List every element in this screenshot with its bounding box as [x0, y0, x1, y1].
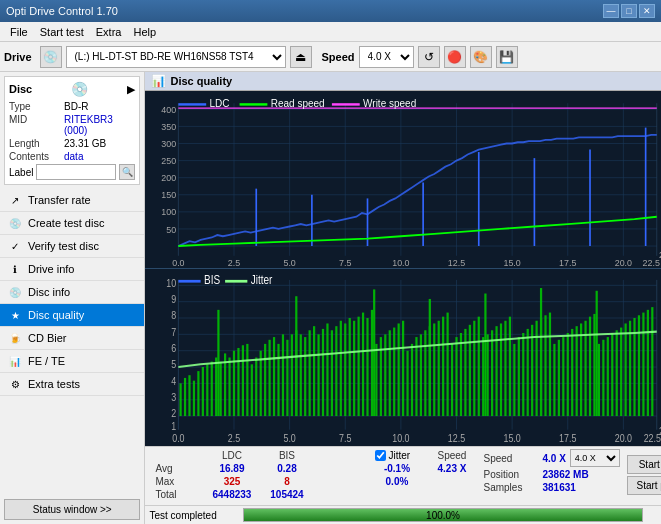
chart-header: 📊 Disc quality: [145, 72, 661, 91]
svg-rect-60: [332, 103, 360, 105]
close-button[interactable]: ✕: [639, 4, 655, 18]
samples-label: Samples: [483, 482, 538, 493]
svg-rect-174: [474, 321, 476, 416]
svg-rect-211: [638, 315, 640, 416]
disc-panel: Disc 💿 ▶ Type BD-R MID RITEKBR3 (000) Le…: [4, 76, 140, 185]
sidebar-item-verify-test-disc[interactable]: ✓ Verify test disc: [0, 235, 144, 258]
svg-text:0.0: 0.0: [173, 257, 185, 267]
svg-text:10.0: 10.0: [393, 257, 410, 267]
svg-rect-198: [580, 323, 582, 416]
svg-rect-203: [603, 340, 605, 416]
svg-rect-167: [443, 317, 445, 416]
total-bis: 105424: [259, 488, 314, 501]
svg-text:17.5: 17.5: [560, 432, 578, 444]
svg-text:250: 250: [162, 156, 177, 166]
sidebar-item-drive-info[interactable]: ℹ Drive info: [0, 258, 144, 281]
svg-rect-205: [612, 333, 614, 416]
menu-start-test[interactable]: Start test: [34, 24, 90, 40]
sidebar-item-disc-quality[interactable]: ★ Disc quality: [0, 304, 144, 327]
chart-bis-svg: 10 9 8 7 6 5 4 3 2 1 10% 8% 6% 4% 2%: [145, 269, 661, 446]
svg-rect-182: [509, 317, 511, 416]
sidebar-item-transfer-rate[interactable]: ↗ Transfer rate: [0, 189, 144, 212]
save-button[interactable]: 💾: [496, 46, 518, 68]
drive-select[interactable]: (L:) HL-DT-ST BD-RE WH16NS58 TST4: [66, 46, 286, 68]
svg-rect-157: [398, 323, 400, 416]
chart-ldc-svg: 400 350 300 250 200 150 100 50 18X 16X 1…: [145, 91, 661, 268]
jitter-checkbox[interactable]: [375, 450, 386, 461]
svg-rect-217: [374, 289, 376, 416]
svg-rect-197: [576, 326, 578, 416]
svg-rect-209: [629, 321, 631, 416]
svg-rect-183: [514, 344, 516, 416]
svg-rect-180: [500, 323, 502, 416]
svg-rect-112: [198, 371, 200, 416]
svg-rect-136: [305, 337, 307, 416]
refresh-button[interactable]: ↺: [418, 46, 440, 68]
burn-button[interactable]: 🔴: [444, 46, 466, 68]
sidebar-item-disc-info[interactable]: 💿 Disc info: [0, 281, 144, 304]
start-part-button[interactable]: Start part: [627, 476, 661, 495]
menu-bar: File Start test Extra Help: [0, 22, 661, 42]
svg-text:4: 4: [172, 375, 177, 387]
avg-bis: 0.28: [259, 462, 314, 475]
menu-help[interactable]: Help: [127, 24, 162, 40]
sidebar-item-cd-bier-label: CD Bier: [28, 332, 67, 344]
sidebar-item-cd-bier[interactable]: 🍺 CD Bier: [0, 327, 144, 350]
svg-rect-128: [269, 340, 271, 416]
sidebar-item-create-test-disc[interactable]: 💿 Create test disc: [0, 212, 144, 235]
config-button[interactable]: 🎨: [470, 46, 492, 68]
maximize-button[interactable]: □: [621, 4, 637, 18]
max-bis: 8: [259, 475, 314, 488]
speed-select[interactable]: 4.0 X 1.0 X 2.0 X 8.0 X: [359, 46, 414, 68]
status-window-button[interactable]: Status window >>: [4, 499, 140, 520]
svg-text:12.5: 12.5: [448, 257, 465, 267]
disc-mid-label: MID: [9, 114, 64, 136]
svg-rect-184: [518, 337, 520, 416]
svg-rect-163: [425, 330, 427, 416]
svg-text:BIS: BIS: [204, 273, 220, 286]
disc-panel-expand-icon[interactable]: ▶: [127, 83, 135, 96]
svg-rect-224: [226, 280, 248, 283]
avg-speed: 4.23 X: [424, 462, 479, 475]
stats-main-row: LDC BIS Jitter Speed Avg 16.89: [149, 449, 661, 501]
eject-button[interactable]: ⏏: [290, 46, 312, 68]
stats-table: LDC BIS Jitter Speed Avg 16.89: [149, 449, 479, 501]
content-area: 📊 Disc quality: [145, 72, 661, 524]
svg-rect-56: [179, 103, 207, 105]
progress-label: Test completed: [149, 510, 239, 521]
disc-label-button[interactable]: 🔍: [119, 164, 135, 180]
sidebar-item-disc-quality-label: Disc quality: [28, 309, 84, 321]
svg-text:5.0: 5.0: [284, 432, 297, 444]
bis-header: BIS: [259, 449, 314, 462]
max-label: Max: [149, 475, 204, 488]
svg-text:5: 5: [172, 359, 177, 371]
svg-text:7: 7: [172, 326, 177, 338]
svg-rect-0: [145, 91, 661, 268]
disc-label-input[interactable]: [36, 164, 116, 180]
disc-info-icon: 💿: [8, 285, 22, 299]
menu-extra[interactable]: Extra: [90, 24, 128, 40]
svg-rect-158: [402, 321, 404, 416]
svg-rect-147: [354, 321, 356, 416]
svg-text:10.0: 10.0: [393, 432, 411, 444]
disc-length-row: Length 23.31 GB: [9, 138, 135, 149]
menu-file[interactable]: File: [4, 24, 34, 40]
svg-rect-124: [251, 364, 253, 416]
samples-row: Samples 381631: [483, 482, 623, 493]
chart-header-icon: 📊: [151, 74, 166, 88]
svg-rect-121: [238, 348, 240, 416]
start-full-button[interactable]: Start full: [627, 455, 661, 474]
disc-contents-label: Contents: [9, 151, 64, 162]
svg-rect-123: [247, 344, 249, 416]
svg-rect-191: [549, 313, 551, 416]
sidebar-item-extra-tests[interactable]: ⚙ Extra tests: [0, 373, 144, 396]
minimize-button[interactable]: —: [603, 4, 619, 18]
svg-rect-114: [207, 364, 209, 416]
drive-icon-button[interactable]: 💿: [40, 46, 62, 68]
chart-header-title: Disc quality: [170, 75, 232, 87]
sidebar-item-fe-te[interactable]: 📊 FE / TE: [0, 350, 144, 373]
svg-rect-171: [460, 333, 462, 416]
speed-display-select[interactable]: 4.0 X: [570, 449, 620, 467]
disc-type-label: Type: [9, 101, 64, 112]
svg-text:17.5: 17.5: [560, 257, 577, 267]
